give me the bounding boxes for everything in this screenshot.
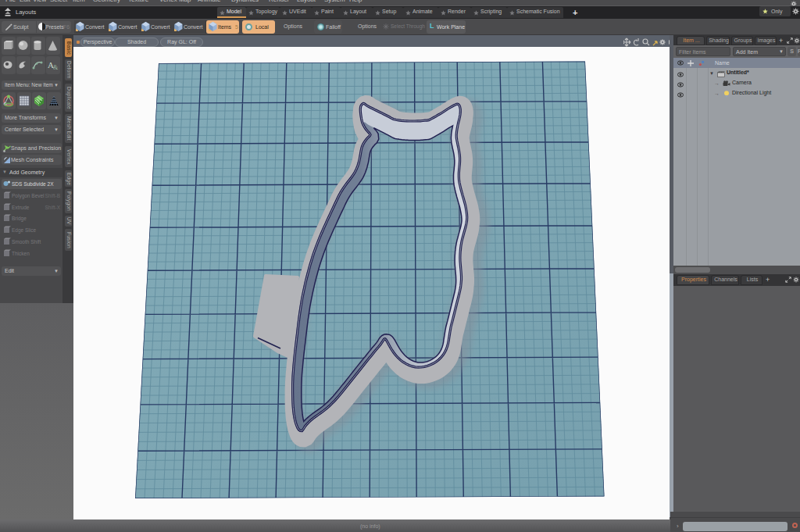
svg-text:&: &	[53, 64, 59, 70]
